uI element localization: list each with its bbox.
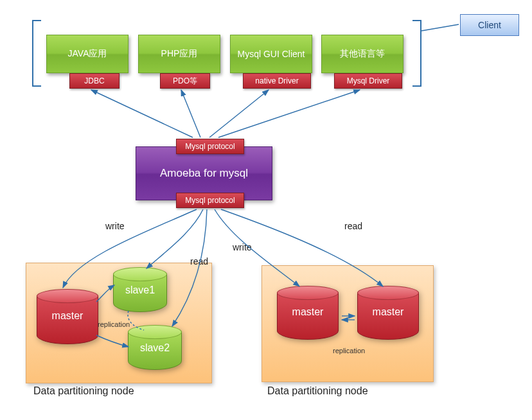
protocol-top-label: Mysql protocol [185, 142, 235, 151]
bracket-left [32, 20, 41, 87]
driver-native: native Driver [243, 73, 311, 89]
driver-native-label: native Driver [255, 76, 298, 85]
cyl-slave1-label: slave1 [125, 284, 155, 295]
cyl-right-master2-label: master [373, 306, 404, 317]
cyl-slave2-label: slave2 [140, 342, 170, 353]
svg-line-2 [181, 90, 200, 137]
cyl-slave1: slave1 [113, 274, 167, 311]
driver-pdo-label: PDO等 [173, 76, 197, 87]
driver-pdo: PDO等 [160, 73, 210, 89]
amoeba-title: Amoeba for mysql [160, 167, 248, 180]
cyl-right-master2: master [357, 292, 419, 338]
client-label: Client [478, 20, 501, 30]
driver-jdbc-label: JDBC [84, 76, 104, 85]
driver-jdbc: JDBC [69, 73, 120, 89]
driver-mysql: Mysql Driver [334, 73, 402, 89]
app-gui-title: Mysql GUI Client [237, 49, 305, 59]
svg-line-4 [218, 90, 360, 137]
svg-line-0 [421, 24, 459, 31]
protocol-bottom-label: Mysql protocol [185, 196, 235, 205]
app-other-title: 其他语言等 [340, 48, 385, 60]
protocol-bottom: Mysql protocol [176, 193, 244, 208]
cyl-left-master: master [37, 295, 98, 343]
client-box: Client [460, 14, 519, 36]
label-replication-left: replication [98, 320, 130, 328]
app-php-title: PHP应用 [161, 48, 198, 60]
app-other: 其他语言等 [321, 35, 403, 73]
app-java: JAVA应用 [46, 35, 129, 73]
svg-line-1 [91, 90, 193, 137]
cyl-left-master-label: master [52, 310, 84, 321]
svg-line-3 [209, 90, 269, 137]
label-write-right: write [233, 242, 252, 252]
partition-left-label: Data partitioning node [33, 385, 134, 397]
label-read-right: read [344, 221, 362, 231]
label-write-left: write [105, 221, 125, 231]
partition-right-label: Data partitioning node [267, 385, 368, 397]
label-read-left: read [190, 256, 208, 267]
app-php: PHP应用 [138, 35, 220, 73]
app-gui: Mysql GUI Client [230, 35, 312, 73]
bracket-right [412, 20, 421, 87]
protocol-top: Mysql protocol [176, 139, 244, 154]
driver-mysql-label: Mysql Driver [347, 76, 390, 85]
cyl-right-master1: master [277, 292, 339, 338]
cyl-slave2: slave2 [128, 331, 182, 369]
label-replication-right: replication [333, 347, 365, 354]
cyl-right-master1-label: master [292, 306, 324, 317]
app-java-title: JAVA应用 [68, 48, 107, 60]
